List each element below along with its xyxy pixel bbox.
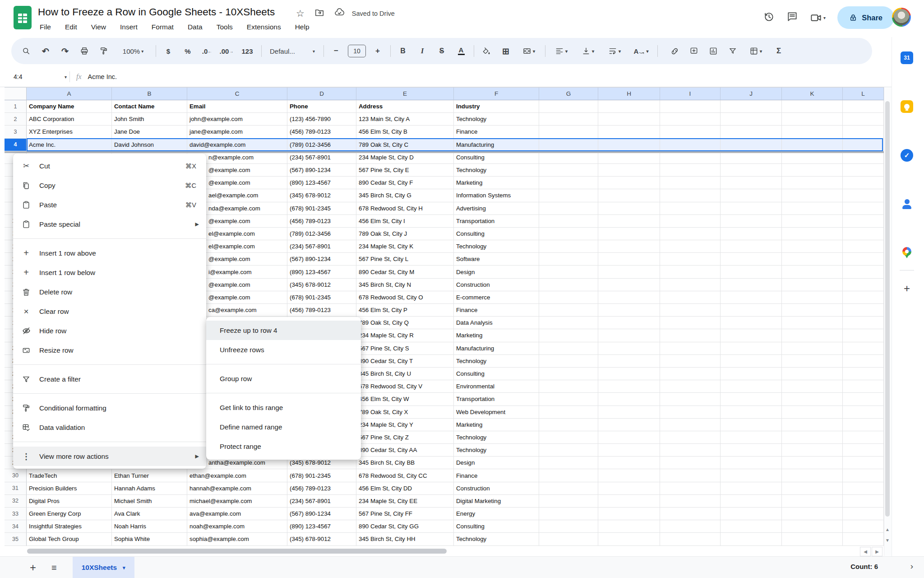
cell-C3[interactable]: jane@example.com xyxy=(187,126,287,138)
cell-G35[interactable] xyxy=(539,533,598,545)
cell-F17[interactable]: Finance xyxy=(454,304,539,317)
menu-format[interactable]: Format xyxy=(151,22,175,32)
column-header-e[interactable]: E xyxy=(356,87,454,100)
cell-J23[interactable] xyxy=(721,380,782,393)
cell-D31[interactable]: (456) 789-0123 xyxy=(287,482,356,495)
cell-K1[interactable] xyxy=(782,100,843,113)
menu-item-paste-special[interactable]: Paste special▶ xyxy=(13,214,206,234)
add-sheet-icon[interactable]: + xyxy=(30,561,36,574)
cell-L26[interactable] xyxy=(843,419,884,431)
cell-B4[interactable]: David Johnson xyxy=(112,139,187,151)
menu-file[interactable]: File xyxy=(39,22,52,32)
cell-G7[interactable] xyxy=(539,177,598,189)
cell-H30[interactable] xyxy=(598,469,660,482)
text-color-button[interactable]: A xyxy=(453,43,469,59)
sheet-tab-dropdown-icon[interactable]: ▾ xyxy=(123,565,125,571)
cell-G20[interactable] xyxy=(539,342,598,355)
cell-H9[interactable] xyxy=(598,202,660,215)
cell-G19[interactable] xyxy=(539,329,598,342)
cell-D10[interactable]: (456) 789-0123 xyxy=(287,215,356,228)
cell-F16[interactable]: E-commerce xyxy=(454,291,539,304)
cell-B2[interactable]: John Smith xyxy=(112,113,187,126)
cell-A4[interactable]: Acme Inc. xyxy=(27,139,112,151)
cell-A34[interactable]: Insightful Strategies xyxy=(27,520,112,533)
menu-item-data-validation[interactable]: Data validation xyxy=(13,418,206,437)
cell-I26[interactable] xyxy=(660,419,721,431)
menu-tools[interactable]: Tools xyxy=(216,22,234,32)
cell-L9[interactable] xyxy=(843,202,884,215)
menu-item-cut[interactable]: ✂Cut⌘X xyxy=(13,156,206,176)
expand-side-panel-icon[interactable]: › xyxy=(910,561,913,571)
column-header-l[interactable]: L xyxy=(843,87,884,100)
cell-F11[interactable]: Consulting xyxy=(454,228,539,240)
strikethrough-button[interactable]: S xyxy=(434,43,449,59)
cell-H17[interactable] xyxy=(598,304,660,317)
cell-K33[interactable] xyxy=(782,508,843,520)
cell-J8[interactable] xyxy=(721,189,782,202)
cell-F19[interactable]: Marketing xyxy=(454,329,539,342)
menu-item-view-more-row-actions[interactable]: ⋮View more row actions▶ xyxy=(13,447,206,466)
menu-item-resize-row[interactable]: Resize row xyxy=(13,340,206,360)
merge-cells-button[interactable]: ▾ xyxy=(517,43,540,59)
cell-L12[interactable] xyxy=(843,240,884,253)
camera-dropdown-icon[interactable]: ▾ xyxy=(823,15,826,20)
cell-E9[interactable]: 678 Redwood St, City H xyxy=(356,202,454,215)
cell-J2[interactable] xyxy=(721,113,782,126)
name-box[interactable]: 4:4▾ xyxy=(0,73,67,80)
cell-J12[interactable] xyxy=(721,240,782,253)
cell-E21[interactable]: 890 Cedar St, City T xyxy=(356,355,454,368)
cell-D6[interactable]: (567) 890-1234 xyxy=(287,164,356,177)
cell-H33[interactable] xyxy=(598,508,660,520)
cell-F2[interactable]: Technology xyxy=(454,113,539,126)
cell-H27[interactable] xyxy=(598,431,660,444)
borders-icon[interactable]: ⊞ xyxy=(498,43,513,59)
cell-K20[interactable] xyxy=(782,342,843,355)
cell-I23[interactable] xyxy=(660,380,721,393)
cell-G21[interactable] xyxy=(539,355,598,368)
cell-F20[interactable]: Manufacturing xyxy=(454,342,539,355)
cell-E1[interactable]: Address xyxy=(356,100,454,113)
scroll-up-icon[interactable]: ▲ xyxy=(885,527,890,532)
cell-E26[interactable]: 234 Maple St, City Y xyxy=(356,419,454,431)
submenu-item-define-named-range[interactable]: Define named range xyxy=(206,417,361,437)
cell-E7[interactable]: 890 Cedar St, City F xyxy=(356,177,454,189)
cell-I19[interactable] xyxy=(660,329,721,342)
cell-E29[interactable]: 345 Birch St, City BB xyxy=(356,457,454,469)
column-header-j[interactable]: J xyxy=(721,87,782,100)
cell-J19[interactable] xyxy=(721,329,782,342)
cell-I18[interactable] xyxy=(660,317,721,329)
cell-K29[interactable] xyxy=(782,457,843,469)
version-history-icon[interactable] xyxy=(763,11,775,24)
cell-A2[interactable]: ABC Corporation xyxy=(27,113,112,126)
cell-L20[interactable] xyxy=(843,342,884,355)
row-header-1[interactable]: 1 xyxy=(5,100,27,113)
name-box-dropdown-icon[interactable]: ▾ xyxy=(65,75,67,79)
menu-item-create-a-filter[interactable]: Create a filter xyxy=(13,369,206,389)
cell-J21[interactable] xyxy=(721,355,782,368)
row-header-32[interactable]: 32 xyxy=(5,495,27,508)
cell-G26[interactable] xyxy=(539,419,598,431)
cell-J11[interactable] xyxy=(721,228,782,240)
cell-I24[interactable] xyxy=(660,393,721,406)
cell-J24[interactable] xyxy=(721,393,782,406)
increase-decimals-button[interactable]: .00→ xyxy=(219,43,234,59)
cell-E25[interactable]: 789 Oak St, City X xyxy=(356,406,454,419)
cell-E35[interactable]: 345 Birch St, City HH xyxy=(356,533,454,545)
cell-L7[interactable] xyxy=(843,177,884,189)
cell-G3[interactable] xyxy=(539,126,598,138)
cell-B30[interactable]: Ethan Turner xyxy=(112,469,187,482)
submenu-item-protect-range[interactable]: Protect range xyxy=(206,437,361,456)
cell-E11[interactable]: 789 Oak St, City J xyxy=(356,228,454,240)
cell-F18[interactable]: Data Analysis xyxy=(454,317,539,329)
cell-K12[interactable] xyxy=(782,240,843,253)
cell-G27[interactable] xyxy=(539,431,598,444)
cell-D35[interactable]: (345) 678-9012 xyxy=(287,533,356,545)
cell-I2[interactable] xyxy=(660,113,721,126)
cell-L8[interactable] xyxy=(843,189,884,202)
menu-item-clear-row[interactable]: ×Clear row xyxy=(13,302,206,321)
cell-K28[interactable] xyxy=(782,444,843,457)
cell-D34[interactable]: (890) 123-4567 xyxy=(287,520,356,533)
row-header-4[interactable]: 4 xyxy=(5,139,27,151)
cell-D30[interactable]: (678) 901-2345 xyxy=(287,469,356,482)
cell-J33[interactable] xyxy=(721,508,782,520)
